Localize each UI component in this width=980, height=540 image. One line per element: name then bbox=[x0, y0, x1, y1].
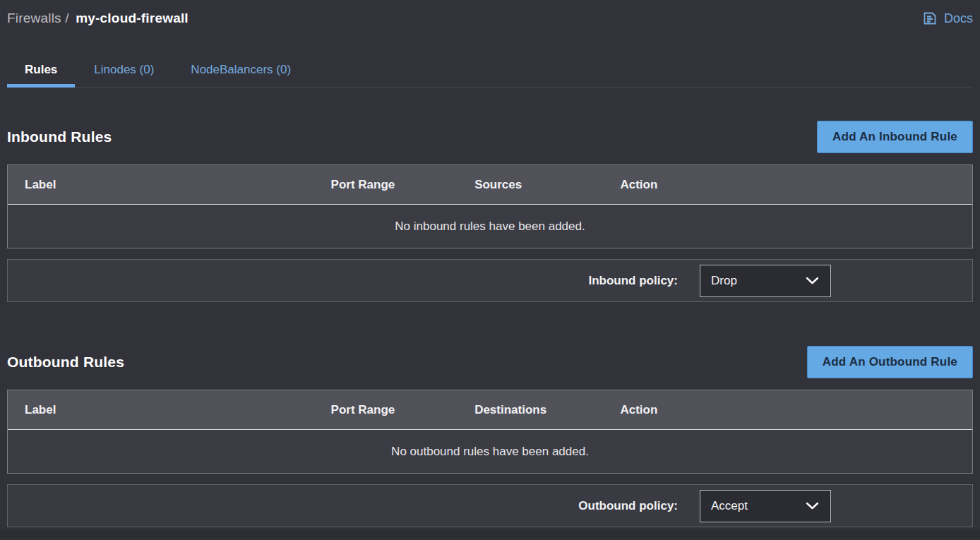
tab-bar: Rules Linodes (0) NodeBalancers (0) bbox=[7, 61, 973, 88]
docs-link-label: Docs bbox=[944, 11, 973, 26]
tab-linodes[interactable]: Linodes (0) bbox=[76, 61, 172, 87]
outbound-column-label: Label bbox=[8, 403, 331, 417]
docs-link[interactable]: Docs bbox=[921, 10, 973, 27]
outbound-column-action: Action bbox=[620, 403, 972, 417]
outbound-section-header: Outbound Rules Add An Outbound Rule bbox=[7, 346, 973, 378]
chevron-down-icon bbox=[806, 277, 819, 284]
tab-nodebalancers[interactable]: NodeBalancers (0) bbox=[173, 61, 309, 87]
outbound-policy-select[interactable]: Accept bbox=[700, 490, 831, 522]
inbound-table-header: Label Port Range Sources Action bbox=[8, 165, 972, 205]
inbound-rules-table: Label Port Range Sources Action No inbou… bbox=[7, 164, 973, 248]
inbound-section-header: Inbound Rules Add An Inbound Rule bbox=[7, 121, 973, 153]
tab-rules[interactable]: Rules bbox=[7, 61, 75, 87]
add-inbound-rule-button[interactable]: Add An Inbound Rule bbox=[817, 121, 973, 153]
inbound-policy-select[interactable]: Drop bbox=[700, 265, 831, 297]
breadcrumb: Firewalls / my-cloud-firewall bbox=[7, 11, 189, 26]
chevron-down-icon bbox=[806, 502, 819, 510]
inbound-policy-label: Inbound policy: bbox=[588, 274, 678, 288]
outbound-rules-table: Label Port Range Destinations Action No … bbox=[7, 390, 973, 474]
outbound-policy-label: Outbound policy: bbox=[578, 499, 678, 513]
inbound-column-action: Action bbox=[620, 178, 972, 192]
add-outbound-rule-button[interactable]: Add An Outbound Rule bbox=[807, 346, 973, 378]
outbound-policy-selected-value: Accept bbox=[711, 499, 748, 513]
inbound-rules-title: Inbound Rules bbox=[7, 128, 112, 145]
inbound-policy-selected-value: Drop bbox=[711, 274, 737, 288]
top-bar: Firewalls / my-cloud-firewall Docs bbox=[7, 8, 973, 28]
page-bottom-edge bbox=[0, 530, 980, 539]
inbound-column-sources: Sources bbox=[474, 178, 620, 192]
breadcrumb-current-firewall: my-cloud-firewall bbox=[76, 11, 189, 25]
document-icon bbox=[921, 10, 938, 27]
outbound-table-header: Label Port Range Destinations Action bbox=[8, 390, 972, 430]
inbound-empty-message: No inbound rules have been added. bbox=[395, 220, 585, 234]
outbound-policy-box: Outbound policy: Accept bbox=[7, 484, 973, 527]
outbound-rules-title: Outbound Rules bbox=[7, 354, 124, 371]
breadcrumb-firewalls-link[interactable]: Firewalls / bbox=[7, 11, 69, 25]
inbound-column-port-range: Port Range bbox=[331, 178, 475, 192]
inbound-column-label: Label bbox=[8, 178, 331, 192]
outbound-empty-row: No outbound rules have been added. bbox=[8, 430, 972, 473]
outbound-empty-message: No outbound rules have been added. bbox=[391, 445, 589, 459]
inbound-empty-row: No inbound rules have been added. bbox=[8, 205, 972, 248]
inbound-policy-box: Inbound policy: Drop bbox=[7, 259, 973, 302]
outbound-column-port-range: Port Range bbox=[331, 403, 475, 417]
outbound-column-destinations: Destinations bbox=[474, 403, 620, 417]
